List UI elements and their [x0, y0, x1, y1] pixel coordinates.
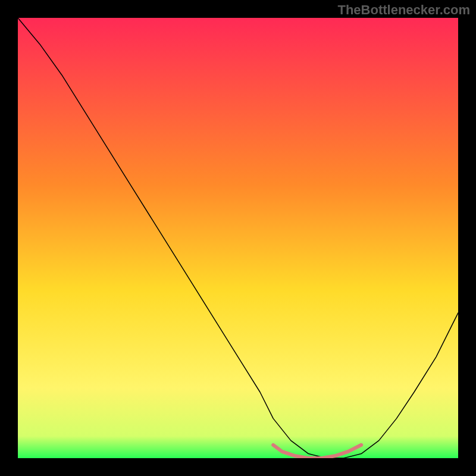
chart-background — [18, 18, 458, 458]
watermark-text: TheBottlenecker.com — [337, 2, 470, 18]
chart-container — [18, 18, 458, 458]
chart-svg — [18, 18, 458, 458]
